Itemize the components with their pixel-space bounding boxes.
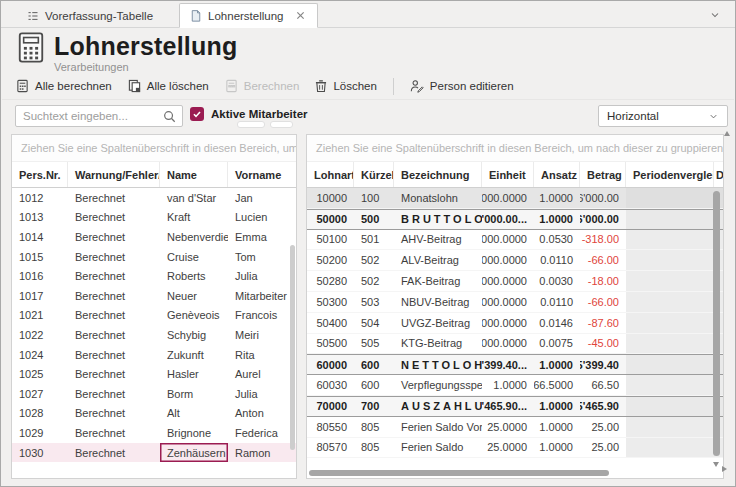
employee-cell-persnr[interactable]: 1022 [12,325,68,345]
wage-cell-empty[interactable] [626,210,714,229]
wage-cell-einheit[interactable]: 6'000.0000 [482,292,534,312]
wage-cell-betrag[interactable]: -18.00 [580,271,626,291]
löschen-button[interactable]: Löschen [315,79,376,93]
wage-cell-empty[interactable] [626,188,714,208]
employee-cell-vorname[interactable]: Jan [228,188,296,208]
wage-cell-empty[interactable] [626,292,714,312]
wage-cell-kuerzel[interactable]: 600 [354,355,394,374]
wage-cell-betrag[interactable]: -318.00 [580,230,626,250]
employee-cell-info[interactable]: Berechnet [68,345,160,365]
tab-lohnerstellung[interactable]: Lohnerstellung [179,3,317,28]
chevron-down-icon[interactable] [709,9,721,21]
wage-cell-ansatz[interactable]: 66.5000 [534,375,580,395]
wage-cell-einheit[interactable]: 5'465.90... [482,397,534,416]
employee-cell-persnr[interactable]: 1021 [12,306,68,326]
wage-cell-bezeichnung[interactable]: AUSZAHLUNG [394,397,482,416]
scroll-right-arrow-icon[interactable] [722,466,730,472]
employee-row[interactable]: 1030BerechnetZenhäusernRamon [12,443,296,463]
wage-cell-kuerzel[interactable]: 700 [354,397,394,416]
employee-cell-name[interactable]: Kraft [160,208,228,228]
employee-row[interactable]: 1021BerechnetGenèveoisFrancois [12,306,296,326]
splitter-handle[interactable] [270,121,293,128]
employee-cell-name[interactable]: Roberts [160,266,228,286]
employee-cell-name[interactable]: Hasler [160,364,228,384]
employee-cell-vorname[interactable]: Aurel [228,364,296,384]
wage-cell-bezeichnung[interactable]: Verpflegungsspesen [394,375,482,395]
column-header-vorname[interactable]: Vorname [228,162,296,187]
wage-cell-einheit[interactable]: 6'000.0000 [482,334,534,354]
person-editieren-button[interactable]: Person editieren [410,79,514,93]
employee-cell-persnr[interactable]: 1024 [12,345,68,365]
wage-cell-empty[interactable] [626,250,714,270]
employee-row[interactable]: 1016BerechnetRobertsJulia [12,266,296,286]
employee-row[interactable]: 1013BerechnetKraftLucien [12,208,296,228]
employee-row[interactable]: 1012Berechnetvan d'StarJan [12,188,296,208]
column-header-bezeichnung[interactable]: Bezeichnung [394,162,482,187]
wage-cell-lohnart[interactable]: 60030 [307,375,354,395]
column-header-ansatz[interactable]: Ansatz [534,162,580,187]
employee-cell-persnr[interactable]: 1014 [12,227,68,247]
wage-row[interactable]: 50200502ALV-Beitrag6'000.00000.0110-66.0… [307,250,723,271]
wage-cell-kuerzel[interactable]: 805 [354,417,394,437]
employee-cell-info[interactable]: Berechnet [68,325,160,345]
wage-cell-einheit[interactable]: 6'000.0000 [482,250,534,270]
employee-row[interactable]: 1015BerechnetCruiseTom [12,247,296,267]
wage-cell-kuerzel[interactable]: 600 [354,375,394,395]
wage-cell-bezeichnung[interactable]: Ferien Saldo [394,438,482,458]
column-header-einheit[interactable]: Einheit [482,162,534,187]
wage-cell-betrag[interactable]: 66.50 [580,375,626,395]
column-header-pers-nr[interactable]: Pers.Nr. [12,162,68,187]
tab-vorerfassung-tabelle[interactable]: Vorerfassung-Tabelle [17,5,165,27]
wage-cell-bezeichnung[interactable]: UVGZ-Beitrag [394,313,482,333]
employee-cell-persnr[interactable]: 1029 [12,423,68,443]
employee-cell-vorname[interactable]: Emma [228,227,296,247]
employee-cell-name[interactable]: Nebenverdien... [160,227,228,247]
wage-cell-einheit[interactable]: 6'000.0000 [482,188,534,208]
employee-cell-name[interactable]: Genèveois [160,306,228,326]
column-header-warnung-fehler-info[interactable]: Warnung/Fehler/Info [68,162,160,187]
employee-cell-name[interactable]: Zenhäusern [160,443,228,463]
wage-cell-ansatz[interactable]: 0.0530 [534,230,580,250]
horizontal-scrollbar-thumb[interactable] [309,470,609,476]
wage-cell-bezeichnung[interactable]: KTG-Beitrag [394,334,482,354]
wage-cell-einheit[interactable]: 1.0000 [482,375,534,395]
employee-row[interactable]: 1014BerechnetNebenverdien...Emma [12,227,296,247]
employee-cell-persnr[interactable]: 1030 [12,443,68,463]
wage-cell-lohnart[interactable]: 50200 [307,250,354,270]
employee-cell-vorname[interactable]: Julia [228,266,296,286]
wage-cell-einheit[interactable]: 5'399.40... [482,355,534,374]
wage-cell-bezeichnung[interactable]: FAK-Beitrag [394,271,482,291]
wage-cell-empty[interactable] [626,334,714,354]
wage-cell-einheit[interactable]: 25.0000 [482,417,534,437]
wage-cell-empty[interactable] [626,271,714,291]
employee-cell-vorname[interactable]: Meiri [228,325,296,345]
alle-löschen-button[interactable]: Alle löschen [128,79,209,93]
wage-cell-bezeichnung[interactable]: BRUTTOLOHN [394,210,482,229]
wage-cell-kuerzel[interactable]: 805 [354,438,394,458]
wage-cell-lohnart[interactable]: 50000 [307,210,354,229]
employee-cell-info[interactable]: Berechnet [68,247,160,267]
wage-cell-einheit[interactable]: 6'000.0000 [482,271,534,291]
employee-cell-persnr[interactable]: 1025 [12,364,68,384]
wage-cell-betrag[interactable]: 5'465.90 [580,397,626,416]
scroll-up-arrow-icon[interactable] [724,128,730,136]
wage-cell-lohnart[interactable]: 50100 [307,230,354,250]
search-input[interactable] [16,110,163,122]
employee-cell-persnr[interactable]: 1013 [12,208,68,228]
wage-cell-betrag[interactable]: -66.00 [580,250,626,270]
wage-cell-kuerzel[interactable]: 500 [354,210,394,229]
employee-row[interactable]: 1022BerechnetSchybigMeiri [12,325,296,345]
wage-cell-ansatz[interactable]: 1.0000 [534,397,580,416]
employee-cell-info[interactable]: Berechnet [68,364,160,384]
vertical-scrollbar-thumb[interactable] [713,191,720,456]
wage-cell-kuerzel[interactable]: 505 [354,334,394,354]
employee-cell-info[interactable]: Berechnet [68,306,160,326]
wage-cell-ansatz[interactable]: 1.0000 [534,438,580,458]
wage-cell-kuerzel[interactable]: 504 [354,313,394,333]
wage-row[interactable]: 50400504UVGZ-Beitrag6'000.00000.0146-87.… [307,313,723,334]
wage-cell-einheit[interactable]: 6'000.0000 [482,313,534,333]
wage-cell-kuerzel[interactable]: 502 [354,250,394,270]
wage-cell-lohnart[interactable]: 80570 [307,438,354,458]
wage-row[interactable]: 10000100Monatslohn6'000.00001.00006'000.… [307,188,723,209]
column-header-name[interactable]: Name [160,162,228,187]
